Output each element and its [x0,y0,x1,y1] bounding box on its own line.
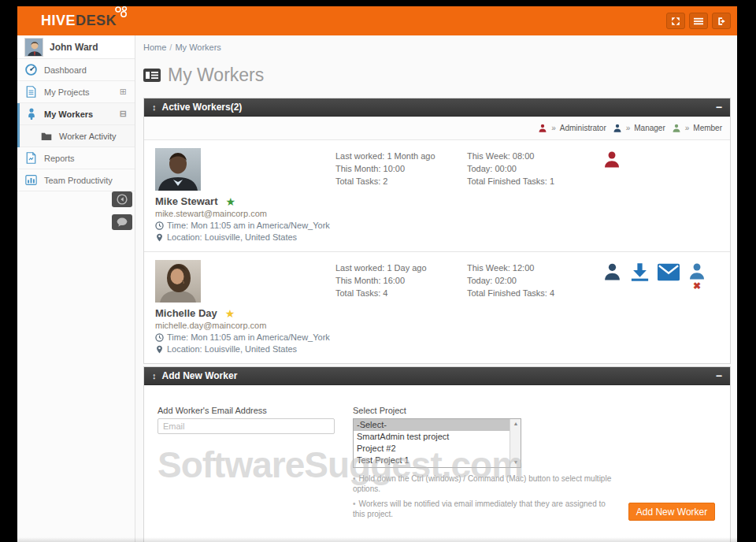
manager-role-icon[interactable] [602,262,622,282]
worker-email: mike.stewart@maincorp.com [155,209,335,218]
add-worker-form: Add Worker's Email Address Select Projec… [144,385,730,542]
sidebar-item-reports[interactable]: Reports [17,147,135,169]
download-timesheet-icon[interactable] [630,262,650,282]
scroll-down-icon[interactable]: ▼ [510,458,521,466]
user-name: John Ward [50,42,98,53]
sidebar-item-my-workers[interactable]: My Workers ⊟ [20,103,135,125]
breadcrumb-current: My Workers [175,43,220,52]
sidebar-item-dashboard[interactable]: Dashboard [17,59,135,81]
user-avatar [24,38,43,57]
sidebar-item-label: Team Productivity [44,176,113,185]
fullscreen-button[interactable] [666,13,685,29]
sidebar-item-my-projects[interactable]: My Projects ⊞ [17,81,135,103]
page-title-text: My Workers [168,65,264,86]
stat-this-month: This Month: 16:00 [335,274,467,287]
hivedesk-logo[interactable]: HIVEDESK [41,13,117,29]
stat-today: Today: 00:00 [467,162,593,175]
worker-stats-2: This Week: 08:00 Today: 00:00 Total Fini… [467,148,593,242]
panel-title: Add New Worker [162,370,238,381]
logout-icon [717,17,727,26]
star-icon: ★ [225,309,235,318]
bar-chart-icon [25,174,37,186]
option-select[interactable]: -Select- [354,419,510,431]
active-workers-panel: ↕ Active Workers(2) − » Administrator » … [143,98,731,364]
send-email-icon[interactable] [658,262,680,282]
clock-icon [155,333,164,342]
location-pin-icon [155,233,164,242]
worker-actions: ✖ [593,260,719,354]
topbar-actions [666,13,731,29]
administrator-role-icon[interactable] [602,150,621,169]
collapse-panel-icon[interactable]: − [716,101,722,113]
sidebar-collapse-button[interactable] [112,191,132,207]
add-worker-header: ↕ Add New Worker − [144,367,730,385]
stat-total-finished: Total Finished Tasks: 4 [467,287,593,299]
sidebar: John Ward Dashboard My Projects ⊞ My Wor… [17,35,135,542]
dashboard-gauge-icon [25,64,37,76]
breadcrumb: Home/My Workers [143,43,221,52]
option-test-project-1[interactable]: Test Project 1 [354,455,510,466]
project-listbox[interactable]: -Select- SmartAdmin test project Project… [353,418,521,468]
sidebar-item-team-productivity[interactable]: Team Productivity [17,169,135,191]
worker-profile: Mike Stewart ★ mike.stewart@maincorp.com… [155,148,335,242]
breadcrumb-home[interactable]: Home [143,43,166,52]
stat-last-worked: Last worked: 1 Day ago [335,262,467,274]
logo-text-desk: DESK [76,13,117,29]
worker-name[interactable]: Michelle Day [155,307,217,319]
chat-button[interactable] [112,214,132,230]
sidebar-item-label: Reports [44,154,75,163]
report-file-icon [25,152,37,164]
email-field[interactable] [158,418,335,434]
menu-button[interactable] [689,13,708,29]
drag-handle-icon[interactable]: ↕ [152,371,157,381]
worker-photo [155,260,201,303]
worker-actions [593,148,719,242]
project-options: -Select- SmartAdmin test project Project… [354,419,510,467]
administrator-person-icon [538,124,547,133]
worker-location-line: Location: Louisville, United States [155,232,335,242]
remove-worker-icon[interactable]: ✖ [693,282,701,291]
sidebar-item-label: Worker Activity [59,132,117,141]
stat-total-tasks: Total Tasks: 2 [335,175,467,187]
stat-today: Today: 02:00 [467,274,593,287]
legend-separator: » [551,124,556,132]
worker-name-line: Michelle Day ★ [155,307,335,319]
legend-label-manager: Manager [634,124,665,132]
page-title: My Workers [143,65,264,86]
star-icon: ★ [225,197,235,206]
listbox-scrollbar[interactable]: ▲ ▼ [510,419,521,467]
collapse-minus-icon[interactable]: ⊟ [120,109,127,119]
member-person-icon [672,124,681,133]
worker-person-icon [25,108,37,120]
legend-separator: » [626,124,631,132]
worker-profile: Michelle Day ★ michelle.day@maincorp.com… [155,260,335,354]
hint-text: Workers will be notified via email immed… [353,499,606,518]
sidebar-user[interactable]: John Ward [17,35,135,59]
worker-name[interactable]: Mike Stewart [155,195,217,207]
worker-row-mike-stewart: Mike Stewart ★ mike.stewart@maincorp.com… [144,140,730,251]
worker-email: michelle.day@maincorp.com [155,321,335,330]
arrow-left-circle-icon [117,194,128,205]
expand-plus-icon[interactable]: ⊞ [120,87,127,97]
option-project-2[interactable]: Project #2 [354,443,510,455]
option-smartadmin-test-project[interactable]: SmartAdmin test project [354,431,510,443]
worker-remove-stack: ✖ [687,262,706,291]
add-new-worker-panel: ↕ Add New Worker − Add Worker's Email Ad… [143,366,731,542]
worker-person-icon[interactable] [687,262,706,281]
sidebar-item-worker-activity[interactable]: Worker Activity [20,125,135,147]
worker-time-line: Time: Mon 11:05 am in America/New_York [155,332,335,342]
list-card-icon [143,69,161,82]
scroll-up-icon[interactable]: ▲ [510,420,521,428]
hint-text: Hold down the Ctrl (windows) / Command (… [353,474,611,493]
document-icon [25,86,37,98]
clock-icon [155,221,164,230]
role-legend: » Administrator » Manager » Member [144,117,730,140]
worker-row-michelle-day: Michelle Day ★ michelle.day@maincorp.com… [144,251,730,363]
manager-person-icon [613,124,622,133]
logout-button[interactable] [712,13,731,29]
hive-hexagons-icon [112,6,129,21]
add-new-worker-button[interactable]: Add New Worker [628,503,715,521]
collapse-panel-icon[interactable]: − [716,369,722,382]
stat-total-tasks: Total Tasks: 4 [335,287,467,299]
drag-handle-icon[interactable]: ↕ [152,102,157,112]
